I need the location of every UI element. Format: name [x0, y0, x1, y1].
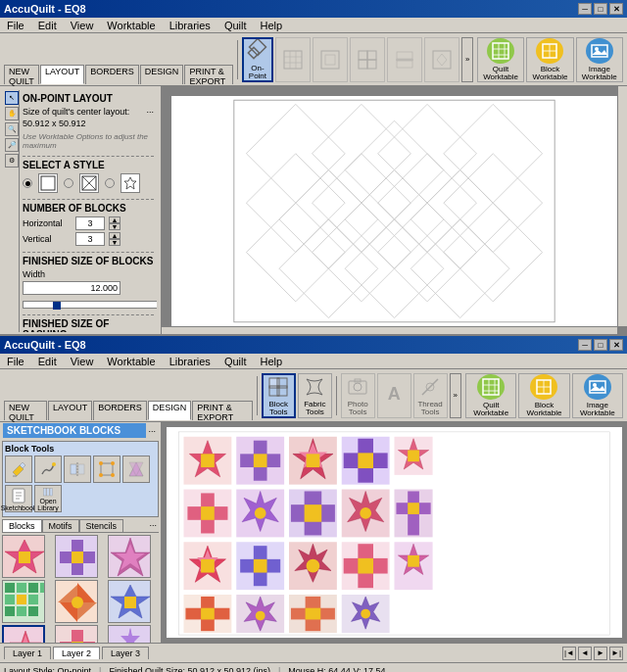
tabs-options[interactable]: ··· — [147, 519, 159, 532]
fabric-tools-button[interactable]: Fabric Tools — [298, 373, 332, 418]
close-button[interactable]: ✕ — [609, 3, 623, 15]
b-menu-worktable[interactable]: Worktable — [104, 355, 158, 368]
image-worktable-button[interactable]: Image Worktable — [576, 37, 623, 82]
b-menu-view[interactable]: View — [68, 355, 97, 368]
sketchbook-options[interactable]: ··· — [146, 425, 158, 437]
vertical-input[interactable] — [75, 232, 105, 246]
menu-quilt[interactable]: Quilt — [221, 19, 250, 32]
block-width-slider[interactable] — [23, 301, 157, 309]
canvas-inner[interactable] — [171, 96, 617, 326]
size-dots[interactable]: ··· — [146, 107, 154, 117]
b-block-worktable-button[interactable]: Block Worktable — [518, 373, 569, 418]
block-thumb-1[interactable] — [2, 535, 45, 578]
tool-select[interactable]: ↖ — [5, 91, 19, 105]
block-thumb-9[interactable] — [108, 625, 151, 643]
horizontal-input[interactable] — [75, 216, 105, 230]
maximize-button[interactable]: □ — [594, 3, 607, 15]
style-radio-1[interactable] — [23, 178, 32, 188]
flip-button[interactable] — [64, 456, 91, 483]
minimize-button[interactable]: ─ — [578, 3, 592, 15]
vertical-spin-up[interactable]: ▲ — [109, 232, 121, 239]
photo-tools-button[interactable]: Photo Tools — [341, 373, 375, 418]
block-tools-button[interactable]: Block Tools — [262, 373, 296, 418]
layer-nav-next[interactable]: ► — [594, 647, 607, 660]
layer-nav-last[interactable]: ►| — [609, 647, 623, 660]
vertical-spin-down[interactable]: ▼ — [109, 239, 121, 246]
tool-move[interactable]: ✋ — [5, 107, 19, 120]
b-quilt-worktable-button[interactable]: Quilt Worktable — [465, 373, 516, 418]
block-thumb-3[interactable] — [108, 535, 151, 578]
open-library-button[interactable]: Open Library — [34, 485, 62, 512]
b-menu-edit[interactable]: Edit — [35, 355, 60, 368]
b-menu-help[interactable]: Help — [258, 355, 286, 368]
tool-zoom-out[interactable]: 🔎 — [5, 138, 19, 152]
tool-zoom-in[interactable]: 🔍 — [5, 122, 19, 136]
block-thumb-7[interactable] — [2, 625, 45, 643]
thread-tools-button[interactable]: Thread Tools — [413, 373, 448, 418]
tab-print-export[interactable]: PRINT & EXPORT — [184, 65, 232, 84]
layout-opt-3[interactable] — [350, 37, 385, 82]
block-thumb-5[interactable] — [55, 580, 98, 623]
symmetry-button[interactable] — [122, 456, 150, 483]
block-width-thumb[interactable] — [53, 302, 61, 310]
b-image-worktable-button[interactable]: Image Worktable — [572, 373, 623, 418]
motifs-tab[interactable]: Motifs — [42, 519, 79, 532]
on-point-button[interactable]: On-Point — [242, 37, 274, 82]
layer-3-tab[interactable]: Layer 3 — [102, 647, 149, 659]
layer-nav-prev[interactable]: ◄ — [578, 647, 592, 660]
style-star[interactable] — [121, 173, 140, 193]
adjust-button[interactable] — [93, 456, 121, 483]
layout-opt-5[interactable] — [424, 37, 459, 82]
b-toolbar-overflow[interactable]: » — [450, 373, 461, 418]
menu-edit[interactable]: Edit — [35, 19, 60, 32]
layout-opt-1[interactable] — [275, 37, 311, 82]
layer-nav-first[interactable]: |◄ — [562, 647, 576, 660]
blocks-tab[interactable]: Blocks — [2, 519, 42, 532]
horizontal-spin-up[interactable]: ▲ — [109, 216, 121, 223]
tab-design[interactable]: DESIGN — [140, 65, 184, 84]
style-radio-3[interactable] — [105, 178, 115, 188]
tool-settings[interactable]: ⚙ — [5, 154, 19, 168]
quilt-worktable-button[interactable]: Quilt Worktable — [477, 37, 524, 82]
block-worktable-button[interactable]: Block Worktable — [526, 37, 573, 82]
layout-opt-4[interactable] — [387, 37, 422, 82]
horizontal-spin-down[interactable]: ▼ — [109, 223, 121, 230]
tab-borders[interactable]: BORDERS — [85, 65, 139, 84]
b-close-button[interactable]: ✕ — [609, 339, 623, 351]
layout-opt-2[interactable] — [313, 37, 348, 82]
block-thumb-4[interactable] — [2, 580, 45, 623]
edit-block-button[interactable] — [5, 456, 32, 483]
b-tab-new-quilt[interactable]: NEW QUILT — [4, 401, 47, 420]
b-tab-print[interactable]: PRINT & EXPORT — [192, 401, 252, 420]
block-thumb-2[interactable] — [55, 535, 98, 578]
style-radio-2[interactable] — [64, 178, 73, 188]
freehand-button[interactable] — [34, 456, 62, 483]
menu-help[interactable]: Help — [258, 19, 286, 32]
open-sketchbook-button[interactable]: Sketchbook — [5, 485, 32, 512]
tab-layout[interactable]: LAYOUT — [40, 65, 84, 84]
style-plain[interactable] — [38, 173, 58, 193]
b-tab-borders[interactable]: BORDERS — [93, 401, 147, 420]
layer-1-tab[interactable]: Layer 1 — [4, 647, 51, 659]
stencils-tab[interactable]: Stencils — [79, 519, 124, 532]
layer-2-tab[interactable]: Layer 2 — [53, 647, 100, 659]
b-menu-libraries[interactable]: Libraries — [167, 355, 214, 368]
canvas-scroll-horizontal[interactable] — [162, 326, 617, 336]
b-tab-layout[interactable]: LAYOUT — [48, 401, 92, 420]
menu-file[interactable]: File — [4, 19, 27, 32]
tab-new-quilt[interactable]: NEW QUILT — [4, 65, 39, 84]
block-width-input[interactable] — [23, 281, 121, 295]
menu-worktable[interactable]: Worktable — [104, 19, 158, 32]
canvas-scroll-vertical[interactable] — [617, 86, 627, 326]
b-minimize-button[interactable]: ─ — [578, 339, 592, 351]
block-thumb-8[interactable] — [55, 625, 98, 643]
b-maximize-button[interactable]: □ — [594, 339, 607, 351]
toolbar-overflow[interactable]: » — [461, 37, 473, 82]
style-x[interactable] — [79, 173, 99, 193]
b-menu-quilt[interactable]: Quilt — [221, 355, 250, 368]
text-tools-button[interactable]: A — [377, 373, 411, 418]
menu-view[interactable]: View — [68, 19, 97, 32]
menu-libraries[interactable]: Libraries — [167, 19, 214, 32]
b-menu-file[interactable]: File — [4, 355, 27, 368]
bottom-canvas[interactable] — [162, 422, 627, 643]
